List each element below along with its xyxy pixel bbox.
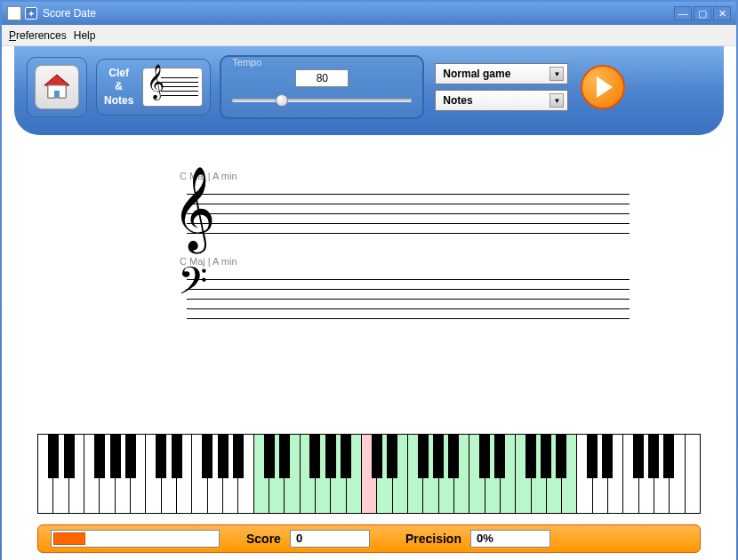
clef-preview: 𝄞: [142, 68, 203, 107]
staff-area: C Maj | A min 𝄞 C Maj | A min 𝄢: [2, 135, 736, 434]
svg-rect-2: [54, 91, 60, 98]
treble-clef-icon: 𝄞: [147, 67, 164, 97]
black-key[interactable]: [125, 435, 136, 478]
black-key[interactable]: [218, 435, 229, 478]
close-button[interactable]: ✕: [713, 6, 731, 20]
clef-notes-panel[interactable]: Clef & Notes 𝄞: [96, 59, 211, 116]
black-key[interactable]: [309, 435, 320, 478]
black-key[interactable]: [433, 435, 444, 478]
black-key[interactable]: [372, 435, 382, 478]
play-icon: [597, 76, 613, 98]
maximize-button[interactable]: ▢: [694, 6, 711, 20]
tempo-slider[interactable]: [232, 92, 412, 108]
minimize-button[interactable]: —: [674, 6, 692, 20]
black-key[interactable]: [48, 435, 59, 478]
black-key[interactable]: [64, 435, 75, 478]
black-key[interactable]: [202, 435, 213, 478]
treble-staff: 𝄞: [162, 187, 647, 240]
game-mode-value: Normal game: [443, 68, 510, 80]
clef-notes-label: Clef & Notes: [104, 67, 133, 108]
black-key[interactable]: [479, 435, 490, 478]
chevron-down-icon: ▼: [549, 67, 564, 81]
black-key[interactable]: [448, 435, 459, 478]
black-key[interactable]: [541, 435, 551, 478]
black-key[interactable]: [279, 435, 290, 478]
black-key[interactable]: [172, 435, 182, 478]
progress-bar: [51, 530, 220, 548]
black-key[interactable]: [94, 435, 105, 478]
black-key[interactable]: [110, 435, 121, 478]
black-key[interactable]: [264, 435, 275, 478]
chevron-down-icon: ▼: [549, 93, 564, 108]
menu-preferences[interactable]: Preferences: [9, 29, 67, 42]
black-key[interactable]: [156, 435, 166, 478]
progress-fill: [53, 532, 85, 545]
home-button[interactable]: [35, 65, 79, 109]
window-title: Score Date: [43, 7, 96, 20]
black-key[interactable]: [325, 435, 336, 478]
tempo-label: Tempo: [232, 57, 261, 68]
black-key[interactable]: [587, 435, 598, 478]
black-key[interactable]: [233, 435, 244, 478]
tempo-panel: Tempo: [220, 55, 424, 119]
black-key[interactable]: [418, 435, 429, 478]
treble-clef-icon: 𝄞: [172, 172, 215, 245]
black-key[interactable]: [525, 435, 536, 478]
black-key[interactable]: [602, 435, 613, 478]
treble-key-label: C Maj | A min: [180, 171, 647, 181]
black-key[interactable]: [633, 435, 644, 478]
bass-key-label: C Maj | A min: [180, 256, 647, 267]
menubar: Preferences Help: [2, 25, 736, 46]
home-panel: [27, 57, 87, 117]
black-key[interactable]: [387, 435, 397, 478]
notes-mode-value: Notes: [443, 94, 472, 107]
menu-help[interactable]: Help: [74, 29, 96, 42]
app-icon: [7, 6, 21, 20]
black-key[interactable]: [341, 435, 351, 478]
precision-value: 0%: [470, 530, 550, 548]
white-key[interactable]: [686, 435, 700, 513]
tempo-input[interactable]: [295, 69, 349, 87]
toolbar: Clef & Notes 𝄞 Tempo Norm: [14, 46, 724, 135]
status-bar: Score 0 Precision 0%: [37, 524, 701, 553]
window-frame: ✦ Score Date — ▢ ✕ Preferences Help Clef…: [0, 0, 738, 560]
black-key[interactable]: [648, 435, 659, 478]
play-button[interactable]: [581, 65, 625, 109]
precision-label: Precision: [405, 532, 461, 546]
score-value: 0: [290, 530, 370, 548]
bass-staff: 𝄢: [162, 272, 647, 325]
game-mode-dropdown[interactable]: Normal game ▼: [435, 63, 568, 84]
black-key[interactable]: [663, 435, 674, 478]
black-key[interactable]: [494, 435, 505, 478]
black-key[interactable]: [556, 435, 566, 478]
piano-keyboard: [2, 434, 736, 521]
notes-mode-dropdown[interactable]: Notes ▼: [435, 90, 568, 111]
tempo-slider-thumb[interactable]: [276, 94, 288, 107]
score-label: Score: [246, 532, 281, 546]
titlebar: ✦ Score Date — ▢ ✕: [2, 2, 736, 25]
secondary-icon: ✦: [25, 7, 37, 20]
bass-clef-icon: 𝄢: [178, 263, 207, 309]
home-icon: [41, 71, 73, 103]
